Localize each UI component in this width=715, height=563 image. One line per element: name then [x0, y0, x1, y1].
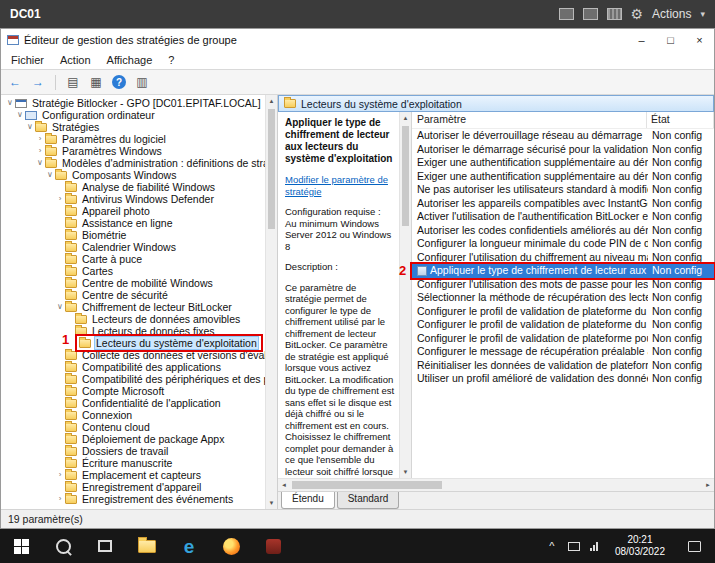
scroll-down-icon[interactable]: ▼ [266, 497, 277, 509]
settings-row[interactable]: Exiger une authentification supplémentai… [412, 156, 714, 170]
settings-row[interactable]: Autoriser les codes confidentiels amélio… [412, 224, 714, 238]
tree-item[interactable]: Calendrier Windows [1, 241, 265, 253]
tree-item[interactable]: Cartes [1, 265, 265, 277]
app-button[interactable] [252, 529, 294, 563]
tree-item[interactable]: Lecteurs du système d'exploitation1 [1, 337, 265, 349]
close-button[interactable]: × [685, 29, 714, 51]
scroll-thumb[interactable] [402, 126, 409, 226]
tree-item[interactable]: Analyse de fiabilité Windows [1, 181, 265, 193]
show-console-tree-icon[interactable]: ▤ [63, 73, 83, 91]
tree-item[interactable]: Dossiers de travail [1, 445, 265, 457]
chevron-down-icon[interactable]: ∨ [55, 301, 65, 313]
export-list-icon[interactable]: ▦ [86, 73, 106, 91]
settings-row[interactable]: Configurer le profil de validation de pl… [412, 305, 714, 319]
minimize-button[interactable]: – [627, 29, 656, 51]
tree-item[interactable]: Connexion [1, 409, 265, 421]
tree-item[interactable]: Compte Microsoft [1, 385, 265, 397]
tree-item[interactable]: ∨Chiffrement de lecteur BitLocker [1, 301, 265, 313]
settings-row[interactable]: Sélectionner la méthode de récupération … [412, 291, 714, 305]
gear-icon[interactable]: ⚙ [631, 7, 644, 21]
tree-item[interactable]: Carte à puce [1, 253, 265, 265]
scroll-down-icon[interactable]: ▼ [400, 466, 411, 478]
tree-item[interactable]: ∨Configuration ordinateur [1, 109, 265, 121]
settings-row[interactable]: Utiliser un profil amélioré de validatio… [412, 372, 714, 386]
chevron-down-icon[interactable]: ∨ [15, 109, 25, 121]
task-view-button[interactable] [84, 529, 126, 563]
tree-item[interactable]: ›Paramètres du logiciel [1, 133, 265, 145]
tree-item[interactable]: ∨Stratégies [1, 121, 265, 133]
tree-item[interactable]: ›Enregistrement des événements [1, 493, 265, 505]
keyboard-icon[interactable] [607, 8, 622, 20]
network-tray-button[interactable] [585, 529, 607, 563]
settings-row[interactable]: Appliquer le type de chiffrement de lect… [412, 264, 714, 278]
settings-row[interactable]: Activer l'utilisation de l'authentificat… [412, 210, 714, 224]
tree-item[interactable]: ›Antivirus Windows Defender [1, 193, 265, 205]
tree-item[interactable]: Lecteurs de données amovibles [1, 313, 265, 325]
help-icon[interactable]: ? [112, 75, 126, 89]
tree-item[interactable]: Assistance en ligne [1, 217, 265, 229]
settings-row[interactable]: Configurer le profil de validation de pl… [412, 318, 714, 332]
tree-scrollbar[interactable]: ▲ ▼ [265, 95, 277, 509]
horizontal-scrollbar[interactable]: ◄ ► [278, 478, 714, 491]
start-button[interactable] [0, 529, 42, 563]
chevron-down-icon[interactable]: ▾ [700, 9, 705, 19]
menu-action[interactable]: Action [52, 53, 99, 67]
tree-item[interactable]: Enregistrement d'appareil [1, 481, 265, 493]
chevron-down-icon[interactable]: ∨ [35, 157, 45, 169]
tree-item[interactable]: ›Paramètres Windows [1, 145, 265, 157]
settings-row[interactable]: Configurer le message de récupération pr… [412, 345, 714, 359]
icon-view-icon[interactable]: ▥ [132, 73, 152, 91]
settings-row[interactable]: Configurer le profil de validation de pl… [412, 332, 714, 346]
settings-row[interactable]: Configurer l'utilisation du chiffrement … [412, 251, 714, 265]
settings-row[interactable]: Configurer la longueur minimale du code … [412, 237, 714, 251]
settings-row[interactable]: Configurer l'utilisation des mots de pas… [412, 278, 714, 292]
window-titlebar[interactable]: Éditeur de gestion des stratégies de gro… [1, 29, 714, 51]
chevron-right-icon[interactable]: › [35, 133, 45, 145]
tree-item[interactable]: Déploiement de package Appx [1, 433, 265, 445]
settings-row[interactable]: Autoriser les appareils compatibles avec… [412, 197, 714, 211]
restore-button[interactable]: □ [656, 29, 685, 51]
chevron-right-icon[interactable]: › [55, 469, 65, 481]
settings-row[interactable]: Autoriser le déverrouillage réseau au dé… [412, 129, 714, 143]
menu-fichier[interactable]: Fichier [3, 53, 52, 67]
chevron-right-icon[interactable]: › [35, 145, 45, 157]
action-center-button[interactable] [673, 529, 715, 563]
tree-item[interactable]: ∨Composants Windows [1, 169, 265, 181]
column-etat[interactable]: État [647, 112, 714, 128]
tree-item[interactable]: Écriture manuscrite [1, 457, 265, 469]
tree-item[interactable]: Centre de sécurité [1, 289, 265, 301]
scroll-up-icon[interactable]: ▲ [266, 95, 277, 107]
chevron-right-icon[interactable]: › [55, 493, 65, 505]
tree-item[interactable]: Appareil photo [1, 205, 265, 217]
tab-etendu[interactable]: Étendu [281, 492, 335, 509]
settings-row[interactable]: Ne pas autoriser les utilisateurs standa… [412, 183, 714, 197]
menu-affichage[interactable]: Affichage [99, 53, 161, 67]
tree-item[interactable]: Confidentialité de l'application [1, 397, 265, 409]
console-window-icon[interactable] [559, 8, 574, 20]
chevron-down-icon[interactable]: ∨ [25, 121, 35, 133]
chevron-down-icon[interactable]: ∨ [5, 97, 15, 109]
scroll-right-icon[interactable]: ► [702, 479, 714, 491]
display-tray-button[interactable] [563, 529, 585, 563]
settings-row[interactable]: Autoriser le démarrage sécurisé pour la … [412, 143, 714, 157]
console-fullscreen-icon[interactable] [583, 8, 598, 20]
list-header[interactable]: Paramètre État [412, 112, 714, 129]
tree-item[interactable]: ∨Modèles d'administration : définitions … [1, 157, 265, 169]
scroll-left-icon[interactable]: ◄ [278, 479, 290, 491]
edge-button[interactable]: e [168, 529, 210, 563]
clock[interactable]: 20:21 08/03/2022 [607, 534, 673, 558]
settings-row[interactable]: Réinitialiser les données de validation … [412, 359, 714, 373]
chevron-down-icon[interactable]: ∨ [45, 169, 55, 181]
search-button[interactable] [42, 529, 84, 563]
tray-expand-button[interactable]: ^ [541, 529, 563, 563]
back-icon[interactable]: ← [5, 73, 25, 91]
tree-item[interactable]: Compatibilité des applications [1, 361, 265, 373]
tree-item[interactable]: ›Emplacement et capteurs [1, 469, 265, 481]
chevron-right-icon[interactable]: › [55, 193, 65, 205]
tree-item[interactable]: Centre de mobilité Windows [1, 277, 265, 289]
tree-item[interactable]: ∨Stratégie Bitlocker - GPO [DC01.EPITAF.… [1, 97, 265, 109]
description-scrollbar[interactable]: ▲ ▼ [399, 112, 411, 478]
scroll-thumb[interactable] [292, 481, 442, 489]
settings-row[interactable]: Exiger une authentification supplémentai… [412, 170, 714, 184]
scroll-up-icon[interactable]: ▲ [400, 112, 411, 124]
